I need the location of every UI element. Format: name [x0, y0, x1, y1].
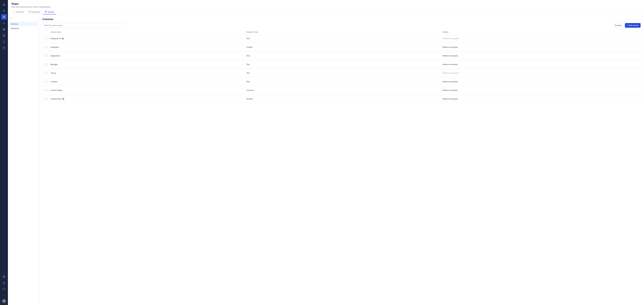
column-visibility: Hidden for everyone [442, 37, 638, 39]
tab-settings[interactable]: Settings [42, 9, 56, 14]
column-name: Location [50, 81, 246, 83]
filter-bar: Preview + Add column [42, 23, 640, 28]
drag-handle[interactable] [45, 97, 50, 100]
column-format: Text [246, 63, 442, 65]
sidebar-icon-table[interactable] [1, 26, 7, 32]
column-visibility: Hidden for everyone [442, 72, 638, 74]
drag-handle[interactable] [45, 45, 50, 49]
table-row: Location Text Visible to everyone [42, 78, 640, 85]
main-content: Team View and understand your team's com… [8, 0, 644, 305]
settings-content: Columns Preview + Add column Column name… [39, 14, 644, 305]
drag-handle[interactable] [45, 63, 50, 66]
left-nav: Columns Advanced [8, 14, 39, 305]
svg-rect-5 [3, 28, 5, 30]
sidebar-icon-settings[interactable] [1, 274, 7, 280]
column-name: Manager [50, 63, 246, 65]
column-format: Text [246, 37, 442, 39]
drag-handle[interactable] [45, 89, 50, 92]
back-button[interactable] [9, 17, 13, 21]
sidebar-icon-edit[interactable] [1, 33, 7, 38]
info-icon[interactable]: i [62, 38, 64, 39]
sidebar-icon-document[interactable] [1, 45, 7, 51]
columns-table-header: Column name Display Format Visibility [42, 30, 640, 34]
header: Team View and understand your team's com… [8, 0, 644, 14]
column-visibility: Visible to everyone [442, 89, 638, 91]
table-row: Employee Custom Visible to everyone [42, 43, 640, 51]
column-visibility: Visible to everyone [442, 81, 638, 83]
column-format: Text [246, 55, 442, 57]
add-column-button[interactable]: + Add column [625, 23, 640, 28]
column-visibility: Visible to everyone [442, 46, 638, 48]
page-title: Team [11, 2, 640, 5]
avatar[interactable]: JM [2, 299, 6, 303]
sidebar-icon-team[interactable] [1, 14, 7, 20]
svg-point-15 [46, 11, 46, 12]
column-visibility: Visible to everyone [442, 98, 638, 100]
section-title: Columns [42, 18, 640, 21]
table-row: Manager Text Visible to everyone [42, 61, 640, 68]
svg-point-9 [4, 277, 4, 277]
sidebar-icon-lock[interactable] [1, 280, 7, 286]
info-icon[interactable]: i [62, 98, 64, 100]
column-format: Custom [246, 46, 442, 48]
svg-rect-10 [3, 283, 5, 284]
sidebar-icon-chat[interactable] [1, 286, 7, 292]
column-format: Text [246, 72, 442, 74]
overview-icon [14, 11, 16, 13]
sidebar: › JM [0, 0, 8, 305]
sidebar-icon-balance[interactable] [1, 8, 7, 13]
settings-tab-icon [45, 11, 47, 13]
column-name: Current Salary [50, 89, 246, 91]
column-visibility: Visible to everyone [442, 63, 638, 65]
column-name: Employee [50, 46, 246, 48]
sidebar-icon-home[interactable] [1, 2, 7, 7]
table-row: Compa-Ratioi Number Visible to everyone [42, 95, 640, 103]
column-name: Compa-Ratioi [50, 98, 246, 100]
left-nav-advanced[interactable]: Advanced [9, 26, 38, 30]
content-area: Columns Advanced Columns Preview + Add c… [8, 14, 644, 305]
drag-handle[interactable] [45, 37, 50, 40]
col-header-name: Column name [50, 31, 246, 33]
column-format: Number [246, 98, 442, 100]
svg-point-14 [29, 11, 30, 11]
page-subtitle: View and understand your team's compensa… [11, 6, 640, 8]
column-format: Currency [246, 89, 442, 91]
employees-icon [28, 11, 30, 13]
col-header-format: Display Format [246, 31, 442, 33]
svg-point-1 [3, 16, 4, 17]
column-name: Tenure [50, 72, 246, 74]
drag-handle[interactable] [45, 71, 50, 75]
col-header-visibility: Visibility [442, 31, 638, 33]
drag-handle[interactable] [45, 80, 50, 83]
column-visibility: Visible to everyone [442, 55, 638, 57]
drag-handle[interactable] [45, 54, 50, 57]
table-row: Employee IDi Text Hidden for everyone [42, 35, 640, 42]
columns-list: Employee IDi Text Hidden for everyone Em… [42, 35, 640, 103]
tab-bar: Overview Employees Settings [11, 9, 640, 14]
table-row: Department Text Visible to everyone [42, 52, 640, 59]
column-name: Employee IDi [50, 37, 246, 39]
sidebar-expand-icon[interactable]: › [1, 293, 7, 298]
column-format: Text [246, 81, 442, 83]
filter-input[interactable] [42, 23, 127, 28]
preview-button[interactable]: Preview [612, 23, 624, 28]
sidebar-icon-package[interactable] [1, 39, 7, 45]
sidebar-icon-chart[interactable] [1, 20, 7, 26]
table-row: Tenure Text Hidden for everyone [42, 69, 640, 77]
column-name: Department [50, 55, 246, 57]
tab-employees[interactable]: Employees [26, 9, 42, 14]
table-row: Current Salary Currency Visible to every… [42, 86, 640, 94]
tab-overview[interactable]: Overview [11, 9, 26, 14]
left-nav-columns[interactable]: Columns [9, 22, 38, 26]
